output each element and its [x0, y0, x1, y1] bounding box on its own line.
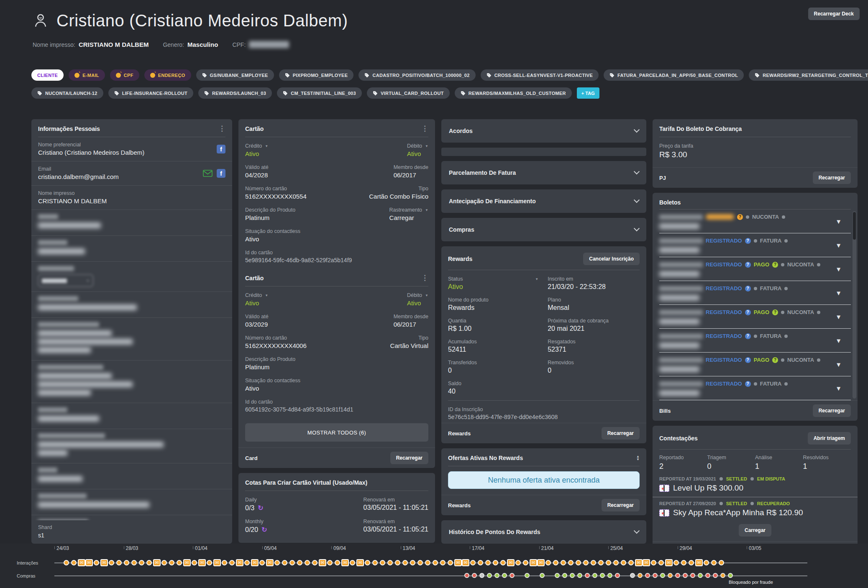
- purchase-dot[interactable]: [472, 573, 477, 578]
- interaction-dot[interactable]: [297, 560, 302, 565]
- purchase-dot[interactable]: [479, 573, 484, 578]
- interaction-dot[interactable]: [523, 560, 528, 565]
- chargeback-row[interactable]: REPORTED AT 19/03/2021SETTLEDEM DISPUTAL…: [653, 473, 858, 497]
- purchase-dot[interactable]: [494, 573, 499, 578]
- interaction-dot[interactable]: [289, 560, 295, 565]
- purchase-dot[interactable]: [487, 573, 492, 578]
- kebab-menu-icon[interactable]: ⋮: [218, 127, 225, 131]
- interaction-envelope-icon[interactable]: ✉: [462, 559, 469, 566]
- interaction-dot[interactable]: [109, 560, 114, 565]
- interaction-dot[interactable]: [207, 560, 212, 565]
- accordion-parcelamento-de-fatura[interactable]: Parcelamento De Fatura: [441, 161, 646, 184]
- tag-pill[interactable]: CPF: [110, 69, 139, 81]
- interaction-dot[interactable]: [146, 560, 152, 565]
- interaction-dot[interactable]: [274, 560, 280, 565]
- interaction-dot[interactable]: [425, 560, 430, 565]
- interaction-envelope-icon[interactable]: ✉: [356, 559, 364, 566]
- interaction-dot[interactable]: [591, 560, 596, 565]
- tag-pill[interactable]: CM_TEST/INITIAL_LINE_003: [277, 87, 362, 99]
- interaction-dot[interactable]: [282, 560, 287, 565]
- tag-pill[interactable]: VIRTUAL_CARD_ROLLOUT: [367, 87, 450, 99]
- expand-triangle-icon[interactable]: ▼: [835, 266, 842, 273]
- help-icon[interactable]: ?: [745, 262, 751, 268]
- purchase-dot[interactable]: [705, 573, 710, 578]
- boleto-row[interactable]: REGISTRADO?FATURA▼: [659, 281, 851, 305]
- tag-pill[interactable]: REWARDS/RW2_RETARGETING_CONTROL_TEST: [749, 69, 868, 81]
- interaction-dot[interactable]: [598, 560, 604, 565]
- interaction-dot[interactable]: [335, 560, 340, 565]
- interaction-dot[interactable]: [177, 560, 182, 565]
- reload-fee-button[interactable]: Recarregar: [813, 171, 851, 184]
- interaction-dot[interactable]: [350, 560, 355, 565]
- interaction-envelope-icon[interactable]: ✉: [454, 559, 462, 566]
- interaction-dot[interactable]: [658, 560, 664, 565]
- tag-pill[interactable]: NUCONTA/LAUNCH-12: [31, 87, 103, 99]
- filter-triangle-icon[interactable]: ▼: [425, 294, 428, 297]
- boleto-row[interactable]: REGISTRADO?FATURA▼: [659, 329, 851, 353]
- cancel-enrollment-button[interactable]: Cancelar Inscrição: [583, 253, 640, 265]
- purchase-dot[interactable]: [525, 573, 530, 578]
- sort-unfold-icon[interactable]: ▲▼: [636, 455, 640, 461]
- purchase-dot[interactable]: [592, 573, 597, 578]
- reload-offers-button[interactable]: Recarregar: [602, 499, 640, 511]
- interaction-dot[interactable]: [139, 560, 144, 565]
- chargeback-row[interactable]: REPORTED AT 27/09/2020SETTLEDRECUPERADOS…: [653, 497, 858, 522]
- purchase-dot[interactable]: [555, 573, 560, 578]
- interaction-dot[interactable]: [417, 560, 423, 565]
- interaction-dot[interactable]: [561, 560, 566, 565]
- rewards-points-history-accordion[interactable]: Histórico De Pontos Do Rewards: [441, 520, 646, 544]
- marital-status-select[interactable]: ▼: [38, 274, 93, 287]
- field-value[interactable]: Carregar: [389, 214, 428, 221]
- interaction-envelope-icon[interactable]: ✉: [266, 559, 274, 566]
- filter-triangle-icon[interactable]: ▼: [265, 144, 268, 148]
- interaction-dot[interactable]: [433, 560, 438, 565]
- interaction-dot[interactable]: [365, 560, 370, 565]
- interaction-dot[interactable]: [387, 560, 393, 565]
- purchase-dot[interactable]: [653, 573, 658, 578]
- interaction-envelope-icon[interactable]: ✉: [153, 559, 161, 566]
- interaction-dot[interactable]: [515, 560, 521, 565]
- interaction-envelope-icon[interactable]: ✉: [198, 559, 206, 566]
- interaction-dot[interactable]: [305, 560, 310, 565]
- interaction-dot[interactable]: [410, 560, 415, 565]
- interaction-dot[interactable]: [169, 560, 174, 565]
- kebab-menu-icon[interactable]: ⋮: [421, 276, 428, 280]
- interaction-dot[interactable]: [402, 560, 408, 565]
- tag-pill[interactable]: REWARDS/MAXMILHAS_OLD_CUSTOMER: [455, 87, 572, 99]
- accordion-compras[interactable]: Compras: [441, 218, 646, 241]
- interaction-envelope-icon[interactable]: ✉: [665, 559, 673, 566]
- purchase-dot[interactable]: [570, 573, 575, 578]
- interaction-dot[interactable]: [545, 560, 551, 565]
- interaction-dot[interactable]: [613, 560, 619, 565]
- interaction-dot[interactable]: [485, 560, 491, 565]
- tag-pill[interactable]: CROSS-SELL-EASYNVEST-V1-PROACTIVE: [481, 69, 599, 81]
- envelope-verified-icon[interactable]: [203, 170, 213, 177]
- reload-cards-button[interactable]: Recarregar: [390, 452, 428, 464]
- interaction-dot[interactable]: [222, 560, 227, 565]
- interaction-envelope-icon[interactable]: ✉: [507, 559, 515, 566]
- purchase-dot[interactable]: [562, 573, 567, 578]
- interaction-dot[interactable]: [94, 560, 99, 565]
- interaction-dot[interactable]: [500, 560, 506, 565]
- interaction-envelope-icon[interactable]: ✉: [85, 559, 93, 566]
- purchase-dot[interactable]: [540, 573, 545, 578]
- help-icon[interactable]: ?: [772, 309, 778, 315]
- tag-pill[interactable]: CADASTRO_POSITIVO/BATCH_100000_02: [358, 69, 475, 81]
- interaction-dot[interactable]: [606, 560, 611, 565]
- interaction-envelope-icon[interactable]: ✉: [643, 559, 650, 566]
- interaction-envelope-icon[interactable]: ✉: [537, 559, 545, 566]
- interaction-dot[interactable]: [244, 560, 250, 565]
- tag-pill[interactable]: FATURA_PARCELADA_IN_APP/50_BASE_CONTROL: [604, 69, 744, 81]
- interaction-envelope-icon[interactable]: ✉: [695, 559, 703, 566]
- purchase-dot[interactable]: [607, 573, 612, 578]
- interaction-dot[interactable]: [395, 560, 400, 565]
- interaction-envelope-icon[interactable]: ✉: [341, 559, 349, 566]
- interaction-dot[interactable]: [493, 560, 498, 565]
- interaction-dot[interactable]: [704, 560, 709, 565]
- interaction-dot[interactable]: [673, 560, 679, 565]
- interaction-dot[interactable]: [568, 560, 574, 565]
- tag-pill[interactable]: E-MAIL: [69, 69, 105, 81]
- refresh-icon[interactable]: ↻: [258, 504, 263, 511]
- expand-triangle-icon[interactable]: ▼: [835, 337, 842, 344]
- tag-pill[interactable]: LIFE-INSURANCE-ROLLOUT: [108, 87, 193, 99]
